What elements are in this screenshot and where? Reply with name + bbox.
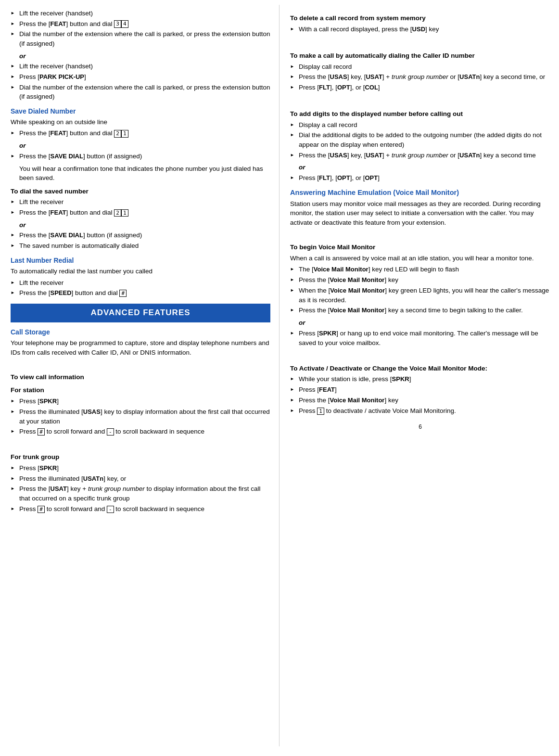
list-item: While your station is idle, press [SPKR] <box>290 374 550 384</box>
add-digits-bullets: Display a call record Dial the additiona… <box>290 120 550 160</box>
col-key: COL <box>365 84 378 91</box>
right-column: To delete a call record from system memo… <box>280 5 559 746</box>
feat-key2: FEAT <box>51 129 66 137</box>
begin-vmm-intro: When a call is answered by voice mail at… <box>290 254 550 263</box>
usd-key: USD <box>412 26 425 33</box>
list-item: Lift the receiver (handset) <box>11 9 270 18</box>
list-item: Press [SPKR] <box>11 463 270 473</box>
usat-key2: USAT <box>366 73 382 80</box>
spkr-key4: SPKR <box>392 375 409 383</box>
key-hash: # <box>119 290 127 297</box>
spkr-key2: SPKR <box>39 464 57 472</box>
list-item: Press [PARK PICK-UP] <box>11 72 270 82</box>
opt-key3: OPT <box>365 174 378 181</box>
vmm-key2: Voice Mail Monitor <box>330 276 385 283</box>
list-item: Display a call record <box>290 120 550 130</box>
list-item: Lift the receiver <box>11 197 270 207</box>
list-item: Press # to scroll forward and - to scrol… <box>11 504 270 514</box>
list-item: Dial the additional digits to be added t… <box>290 130 550 149</box>
or-label-5: or <box>290 318 550 328</box>
list-item: Dial the number of the extension where t… <box>11 83 270 102</box>
vmm-key3: Voice Mail Monitor <box>330 287 385 294</box>
add-digits-heading: To add digits to the displayed number be… <box>290 109 550 119</box>
list-item: Press the [USAT] key + trunk group numbe… <box>11 484 270 503</box>
list-item: Press the [SAVE DIAL] button (if assigne… <box>11 231 270 240</box>
list-item: Press the illuminated [USAS] key to disp… <box>11 407 270 426</box>
key-21b: 1 <box>121 130 128 137</box>
add-digits-bullets-2: Press [FLT], [OPT], or [OPT] <box>290 173 550 183</box>
list-item: Dial the number of the extension where t… <box>11 29 270 48</box>
key-21d: 1 <box>121 209 128 217</box>
key-34: 3 <box>114 20 121 27</box>
dial-saved-heading: To dial the saved number <box>11 187 270 196</box>
key-34b: 4 <box>121 20 128 27</box>
feat-key: FEAT <box>51 20 66 27</box>
left-column: Lift the receiver (handset) Press the [F… <box>0 5 280 746</box>
usas-key2: USAS <box>330 73 347 80</box>
spkr-key: SPKR <box>39 397 57 405</box>
for-trunk-heading: For trunk group <box>11 452 270 462</box>
save-dial-key2: SAVE DIAL <box>51 231 83 239</box>
list-item: Press the [FEAT] button and dial 21 <box>11 128 270 138</box>
key-minus: - <box>107 428 114 436</box>
list-item: Press [FLT], [OPT], or [OPT] <box>290 173 550 183</box>
list-item: Press [SPKR] <box>11 397 270 406</box>
key-21c: 2 <box>114 209 121 217</box>
key-21: 2 <box>114 130 121 137</box>
station-bullets: Press [SPKR] Press the illuminated [USAS… <box>11 397 270 436</box>
list-item: Press the [SAVE DIAL] button (if assigne… <box>11 152 270 161</box>
save-dialed-bullets: Press the [FEAT] button and dial 21 <box>11 128 270 138</box>
vmm-key: Voice Mail Monitor <box>314 266 368 273</box>
list-item: Press the [FEAT] button and dial 34 <box>11 19 270 29</box>
save-dialed-note: You will hear a confirmation tone that i… <box>11 164 270 183</box>
key-hash3: # <box>38 506 45 513</box>
save-dialed-bullets-2: Press the [SAVE DIAL] button (if assigne… <box>11 152 270 161</box>
for-station-heading: For station <box>11 385 270 395</box>
vmm-key5: Voice Mail Monitor <box>330 397 385 404</box>
usas-key: USAS <box>83 408 101 415</box>
list-item: Press [SPKR] or hang up to end voice mai… <box>290 329 550 347</box>
usatn-key3: USATn <box>459 152 480 159</box>
spkr-key3: SPKR <box>319 330 336 337</box>
begin-vmm-bullets-2: Press [SPKR] or hang up to end voice mai… <box>290 329 550 347</box>
caller-id-bullets: Display call record Press the [USAS] key… <box>290 62 550 92</box>
dial-saved-bullets-2: Press the [SAVE DIAL] button (if assigne… <box>11 231 270 250</box>
opt-key2: OPT <box>337 174 350 181</box>
ame-intro: Station users may monitor voice mail mes… <box>290 199 550 228</box>
list-item: With a call record displayed, press the … <box>290 25 550 34</box>
usas-key3: USAS <box>330 152 347 159</box>
list-item: Display call record <box>290 62 550 72</box>
flt-key2: FLT <box>319 174 330 181</box>
list-item: Press # to scroll forward and - to scrol… <box>11 427 270 436</box>
list-item: Press the [Voice Mail Monitor] key <box>290 396 550 405</box>
list-item: Press the [FEAT] button and dial 21 <box>11 208 270 218</box>
dial-saved-bullets: Lift the receiver Press the [FEAT] butto… <box>11 197 270 217</box>
list-item: Press the [Voice Mail Monitor] key <box>290 275 550 285</box>
vmm-key4: Voice Mail Monitor <box>330 307 385 314</box>
or-label-1: or <box>11 51 270 61</box>
usatn-key: USATn <box>83 475 103 482</box>
key-hash2: # <box>38 428 45 436</box>
last-number-intro: To automatically redial the last number … <box>11 267 270 276</box>
key-1: 1 <box>317 408 324 415</box>
call-storage-heading: Call Storage <box>11 327 270 337</box>
save-dial-key: SAVE DIAL <box>51 153 83 160</box>
list-item: Press the [Voice Mail Monitor] key a sec… <box>290 306 550 315</box>
list-item: Lift the receiver (handset) <box>11 62 270 71</box>
begin-vmm-bullets: The [Voice Mail Monitor] key red LED wil… <box>290 265 550 315</box>
activate-heading: To Activate / Deactivate or Change the V… <box>290 364 550 373</box>
delete-heading: To delete a call record from system memo… <box>290 13 550 23</box>
trunk-bullets: Press [SPKR] Press the illuminated [USAT… <box>11 463 270 514</box>
view-call-heading: To view call information <box>11 372 270 382</box>
list-item: Press the [USAS] key, [USAT] + trunk gro… <box>290 72 550 82</box>
list-item: Lift the receiver <box>11 278 270 288</box>
save-dialed-intro: While speaking on an outside line <box>11 117 270 127</box>
advanced-banner: ADVANCED FEATURES <box>11 304 270 322</box>
feat-key4: FEAT <box>319 386 335 393</box>
intro-bullets-2: Lift the receiver (handset) Press [PARK … <box>11 62 270 102</box>
or-label-2: or <box>11 141 270 151</box>
page-number: 6 <box>290 423 550 431</box>
call-storage-intro: Your telephone may be programmed to capt… <box>11 338 270 357</box>
list-item: The saved number is automatically dialed <box>11 241 270 251</box>
list-item: Press [FEAT] <box>290 385 550 395</box>
